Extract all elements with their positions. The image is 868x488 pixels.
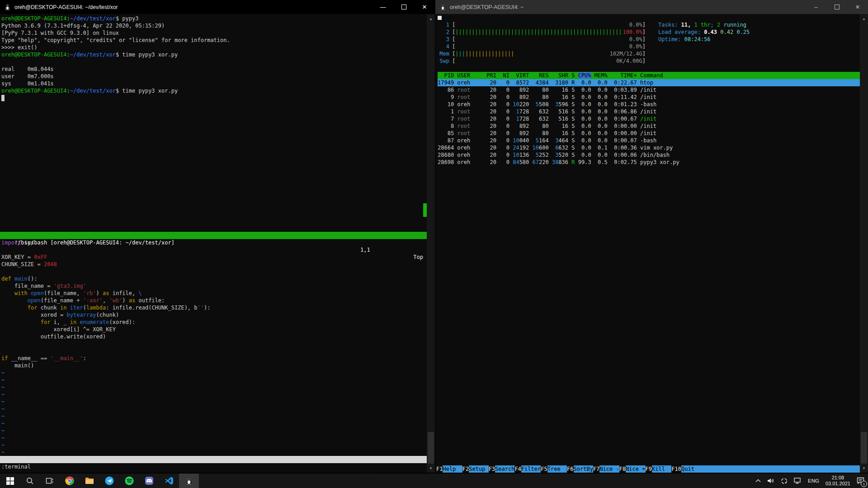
meter: 3[0.0%]: [438, 36, 646, 43]
scrollbar-thumb[interactable]: [861, 432, 867, 464]
minimize-button[interactable]: —: [373, 0, 393, 14]
process-row[interactable]: 87 oreh 20 0 10040 5164 3464 S 0.0 0.0 0…: [438, 137, 860, 144]
minimize-button[interactable]: –: [806, 0, 826, 14]
terminal-line: ~: [1, 441, 427, 449]
process-row[interactable]: 7 root 20 0 1728 632 516 S 0.0 0.0 0:00.…: [438, 115, 860, 122]
process-row[interactable]: 17949 oreh 20 0 8572 4384 3180 R 0.0 0.0…: [438, 79, 860, 86]
process-row[interactable]: 9 root 20 0 892 80 16 S 0.0 0.0 0:11.42 …: [438, 94, 860, 101]
fkey-f6[interactable]: F6: [567, 465, 573, 473]
process-table[interactable]: PID USER PRI NI VIRT RES SHR S CPU% MEM%…: [438, 72, 860, 166]
fkey-label[interactable]: SortBy: [574, 465, 593, 473]
fkey-label[interactable]: Nice +: [626, 465, 645, 473]
language-indicator[interactable]: ENG: [806, 474, 821, 488]
wsl-terminal-icon[interactable]: [179, 474, 199, 488]
fkey-label[interactable]: Search: [495, 465, 514, 473]
terminal-line: main(): [1, 362, 427, 369]
left-scrollbar[interactable]: ▲ ▼: [427, 14, 435, 473]
terminal-line: if __name__ == '__main__':: [1, 355, 427, 362]
right-titlebar: oreh@DESKTOP-AGESUI4: ~ – ✕: [435, 0, 868, 14]
htop-app[interactable]: 1[0.0%]2[|||||||||||||||||||||||||||||||…: [438, 14, 860, 166]
fkey-f1[interactable]: F1: [436, 465, 443, 473]
left-window-title: oreh@DESKTOP-AGESUI4: ~/dev/test/xor: [14, 4, 118, 10]
fkey-label[interactable]: Filter: [521, 465, 541, 473]
terminal-line: open(file_name + '-xor', 'wb') as outfil…: [1, 297, 427, 304]
telegram-icon[interactable]: [99, 474, 119, 488]
fkey-label[interactable]: Help: [443, 465, 462, 473]
scroll-up-arrow[interactable]: ▲: [860, 15, 868, 22]
fkey-f5[interactable]: F5: [541, 465, 547, 473]
meter: Swp[0K/4.00G]: [438, 57, 646, 65]
terminal-line: import sys: [1, 239, 427, 246]
search-button[interactable]: [20, 474, 40, 488]
terminal-line: xored[i] ^= XOR_KEY: [1, 326, 427, 333]
maximize-button[interactable]: [826, 0, 847, 14]
close-button[interactable]: ✕: [414, 0, 435, 14]
terminal-line: Type "help", "copyright", "credits" or "…: [1, 37, 427, 44]
spotify-icon[interactable]: [119, 474, 139, 488]
fkey-label[interactable]: Setup: [469, 465, 488, 473]
fkey-label[interactable]: Tree: [547, 465, 567, 473]
scrollbar-thumb[interactable]: [428, 432, 434, 464]
start-button[interactable]: [0, 474, 20, 488]
fkey-f4[interactable]: F4: [514, 465, 521, 473]
terminal-line: >>>> exit(): [1, 44, 427, 51]
right-window-title: oreh@DESKTOP-AGESUI4: ~: [450, 4, 524, 10]
process-row[interactable]: 1 root 20 0 1728 632 516 S 0.0 0.0 0:06.…: [438, 108, 860, 115]
right-scrollbar[interactable]: ▲ ▼: [860, 14, 868, 473]
process-row[interactable]: 28680 oreh 20 0 10136 5252 3520 S 0.0 0.…: [438, 151, 860, 159]
meter: 4[0.0%]: [438, 43, 646, 50]
table-header[interactable]: PID USER PRI NI VIRT RES SHR S CPU% MEM%…: [438, 72, 860, 79]
terminal-line: ~: [1, 376, 427, 384]
left-titlebar: oreh@DESKTOP-AGESUI4: ~/dev/test/xor — ✕: [0, 0, 435, 14]
time: 21:08: [826, 475, 850, 481]
fkey-f8[interactable]: F8: [619, 465, 626, 473]
terminal-line: file_name = 'gta3.img': [1, 282, 427, 290]
bash-terminal-buffer[interactable]: oreh@DESKTOP-AGESUI4:~/dev/test/xor$ pyp…: [1, 15, 427, 102]
vscode-icon[interactable]: [159, 474, 179, 488]
terminal-line: with open(file_name, 'rb') as infile, \: [1, 290, 427, 297]
meter: 1[0.0%]: [438, 21, 646, 28]
close-button[interactable]: ✕: [847, 0, 868, 14]
scroll-down-arrow[interactable]: ▼: [860, 465, 868, 472]
terminal-line: ~: [1, 384, 427, 391]
network-icon[interactable]: [792, 474, 803, 488]
fkey-label[interactable]: Nice -: [599, 465, 619, 473]
fkey-f9[interactable]: F9: [646, 465, 652, 473]
chrome-icon[interactable]: [60, 474, 80, 488]
process-row[interactable]: 10 oreh 20 0 10220 5508 3596 S 0.0 0.0 0…: [438, 101, 860, 108]
terminal-line: user 0m7.000s: [1, 73, 427, 80]
scroll-up-arrow[interactable]: ▲: [427, 15, 435, 22]
process-row[interactable]: 85 root 20 0 892 80 16 S 0.0 0.0 0:00.00…: [438, 130, 860, 137]
maximize-button[interactable]: [393, 0, 414, 14]
fkey-f7[interactable]: F7: [593, 465, 599, 473]
fkey-label[interactable]: Quit: [681, 465, 701, 473]
vim-code-buffer[interactable]: import sysXOR_KEY = 0xFFCHUNK_SIZE = 204…: [1, 239, 427, 456]
fkey-f3[interactable]: F3: [489, 465, 495, 473]
terminal-line: [1, 340, 427, 347]
terminal-line: [1, 347, 427, 355]
fkey-f10[interactable]: F10: [671, 465, 681, 473]
process-row[interactable]: 86 root 20 0 892 80 16 S 0.0 0.0 0:03.89…: [438, 86, 860, 94]
scroll-down-arrow[interactable]: ▼: [427, 465, 435, 472]
terminal-line: XOR_KEY = 0xFF: [1, 253, 427, 261]
fkey-label[interactable]: Kill: [652, 465, 671, 473]
process-row[interactable]: 28698 oreh 20 0 84580 67220 38836 R 99.3…: [438, 159, 860, 166]
terminal-line: [1, 94, 427, 102]
htop-meters: 1[0.0%]2[|||||||||||||||||||||||||||||||…: [438, 21, 646, 65]
clock[interactable]: 21:08 03.01.2021: [824, 474, 852, 488]
vim-terminal-statusline: !/bin/bash [oreh@DESKTOP-AGESUI4: ~/dev/…: [0, 232, 427, 239]
file-explorer-icon[interactable]: [80, 474, 99, 488]
discord-icon[interactable]: [139, 474, 159, 488]
process-row[interactable]: 28664 oreh 20 0 24192 10600 6632 S 0.0 0…: [438, 144, 860, 151]
terminal-line: ~: [1, 427, 427, 434]
fkey-f2[interactable]: F2: [462, 465, 469, 473]
terminal-line: xored = bytearray(chunk): [1, 311, 427, 319]
tray-app-icon[interactable]: [779, 474, 789, 488]
action-center-icon[interactable]: 1: [855, 474, 866, 488]
task-view-button[interactable]: [40, 474, 60, 488]
volume-icon[interactable]: [765, 474, 776, 488]
htop-function-keys: F1Help F2Setup F3SearchF4FilterF5Tree F6…: [436, 465, 860, 473]
terminal-line: ~: [1, 434, 427, 441]
process-row[interactable]: 8 root 20 0 892 80 16 S 0.0 0.0 0:00.00 …: [438, 122, 860, 130]
tray-chevron-icon[interactable]: [754, 474, 763, 488]
